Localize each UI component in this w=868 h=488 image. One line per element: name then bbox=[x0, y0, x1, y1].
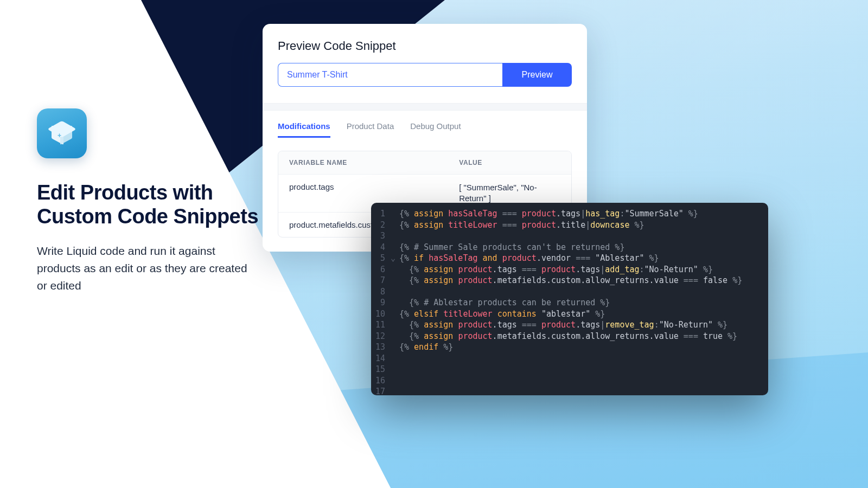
card-separator bbox=[263, 103, 587, 111]
code-line[interactable]: 3 bbox=[371, 230, 768, 242]
code-content[interactable]: {% elsif titleLower contains "ablestar" … bbox=[399, 309, 768, 320]
code-line[interactable]: 1{% assign hasSaleTag === product.tags|h… bbox=[371, 208, 768, 220]
line-number: 5 bbox=[371, 253, 391, 264]
tab-product-data[interactable]: Product Data bbox=[347, 121, 394, 138]
line-number: 1 bbox=[371, 208, 391, 220]
line-number: 11 bbox=[371, 319, 391, 331]
gutter bbox=[391, 331, 399, 342]
code-line[interactable]: 2{% assign titleLower === product.title|… bbox=[371, 220, 768, 231]
code-content[interactable] bbox=[399, 386, 768, 395]
fold-chevron-icon[interactable]: ⌄ bbox=[391, 253, 399, 264]
line-number: 4 bbox=[371, 242, 391, 253]
line-number: 6 bbox=[371, 264, 391, 275]
gutter bbox=[391, 208, 399, 220]
code-line[interactable]: 7 {% assign product.metafields.custom.al… bbox=[371, 275, 768, 286]
line-number: 3 bbox=[371, 230, 391, 242]
tabs: Modifications Product Data Debug Output bbox=[263, 111, 587, 143]
subheading: Write Liquid code and run it against pro… bbox=[37, 242, 259, 294]
code-content[interactable]: {% assign product.metafields.custom.allo… bbox=[399, 331, 768, 342]
plus-icon: + bbox=[58, 132, 61, 139]
line-number: 12 bbox=[371, 331, 391, 342]
gutter bbox=[391, 353, 399, 364]
line-number: 2 bbox=[371, 220, 391, 231]
code-line[interactable]: 6 {% assign product.tags === product.tag… bbox=[371, 264, 768, 275]
col-variable-name: VARIABLE NAME bbox=[278, 151, 448, 174]
code-content[interactable]: {% # Ablestar products can be returned %… bbox=[399, 297, 768, 309]
code-content[interactable] bbox=[399, 375, 768, 387]
gutter bbox=[391, 286, 399, 298]
gutter bbox=[391, 319, 399, 331]
gutter bbox=[391, 242, 399, 253]
code-editor[interactable]: 1{% assign hasSaleTag === product.tags|h… bbox=[371, 203, 768, 395]
gutter bbox=[391, 342, 399, 353]
code-content[interactable]: {% assign hasSaleTag === product.tags|ha… bbox=[399, 208, 768, 220]
code-content[interactable]: {% assign titleLower === product.title|d… bbox=[399, 220, 768, 231]
code-line[interactable]: 9 {% # Ablestar products can be returned… bbox=[371, 297, 768, 309]
line-number: 16 bbox=[371, 375, 391, 387]
code-content[interactable] bbox=[399, 364, 768, 375]
code-line[interactable]: 14 bbox=[371, 353, 768, 364]
gutter bbox=[391, 375, 399, 387]
line-number: 10 bbox=[371, 309, 391, 320]
table-header: VARIABLE NAME VALUE bbox=[278, 151, 571, 174]
tab-modifications[interactable]: Modifications bbox=[278, 121, 330, 138]
code-content[interactable]: {% assign product.tags === product.tags|… bbox=[399, 264, 768, 275]
line-number: 13 bbox=[371, 342, 391, 353]
line-number: 14 bbox=[371, 353, 391, 364]
gutter bbox=[391, 264, 399, 275]
line-number: 7 bbox=[371, 275, 391, 286]
code-content[interactable] bbox=[399, 286, 768, 298]
code-content[interactable] bbox=[399, 230, 768, 242]
code-content[interactable]: {% assign product.tags === product.tags|… bbox=[399, 319, 768, 331]
line-number: 8 bbox=[371, 286, 391, 298]
gutter bbox=[391, 275, 399, 286]
code-content[interactable]: {% # Summer Sale products can't be retur… bbox=[399, 242, 768, 253]
code-line[interactable]: 15 bbox=[371, 364, 768, 375]
code-line[interactable]: 8 bbox=[371, 286, 768, 298]
code-content[interactable]: {% endif %} bbox=[399, 342, 768, 353]
code-line[interactable]: 13{% endif %} bbox=[371, 342, 768, 353]
code-line[interactable]: 16 bbox=[371, 375, 768, 387]
code-content[interactable] bbox=[399, 353, 768, 364]
code-line[interactable]: 17 bbox=[371, 386, 768, 395]
app-icon: + bbox=[37, 108, 87, 158]
headline: Edit Products with Custom Code Snippets bbox=[37, 181, 259, 228]
card-title: Preview Code Snippet bbox=[263, 39, 587, 63]
tab-debug-output[interactable]: Debug Output bbox=[410, 121, 461, 138]
gutter bbox=[391, 309, 399, 320]
cube-icon: + bbox=[50, 121, 74, 145]
line-number: 9 bbox=[371, 297, 391, 309]
line-number: 17 bbox=[371, 386, 391, 395]
col-value: VALUE bbox=[448, 151, 571, 174]
code-line[interactable]: 11 {% assign product.tags === product.ta… bbox=[371, 319, 768, 331]
gutter bbox=[391, 297, 399, 309]
preview-button[interactable]: Preview bbox=[502, 63, 572, 87]
code-line[interactable]: 4{% # Summer Sale products can't be retu… bbox=[371, 242, 768, 253]
code-line[interactable]: 10{% elsif titleLower contains "ablestar… bbox=[371, 309, 768, 320]
gutter bbox=[391, 364, 399, 375]
code-content[interactable]: {% if hasSaleTag and product.vendor === … bbox=[399, 253, 768, 264]
code-line[interactable]: 12 {% assign product.metafields.custom.a… bbox=[371, 331, 768, 342]
gutter bbox=[391, 220, 399, 231]
product-search-input[interactable] bbox=[278, 63, 502, 87]
gutter bbox=[391, 230, 399, 242]
gutter bbox=[391, 386, 399, 395]
line-number: 15 bbox=[371, 364, 391, 375]
code-content[interactable]: {% assign product.metafields.custom.allo… bbox=[399, 275, 768, 286]
code-line[interactable]: 5⌄{% if hasSaleTag and product.vendor ==… bbox=[371, 253, 768, 264]
